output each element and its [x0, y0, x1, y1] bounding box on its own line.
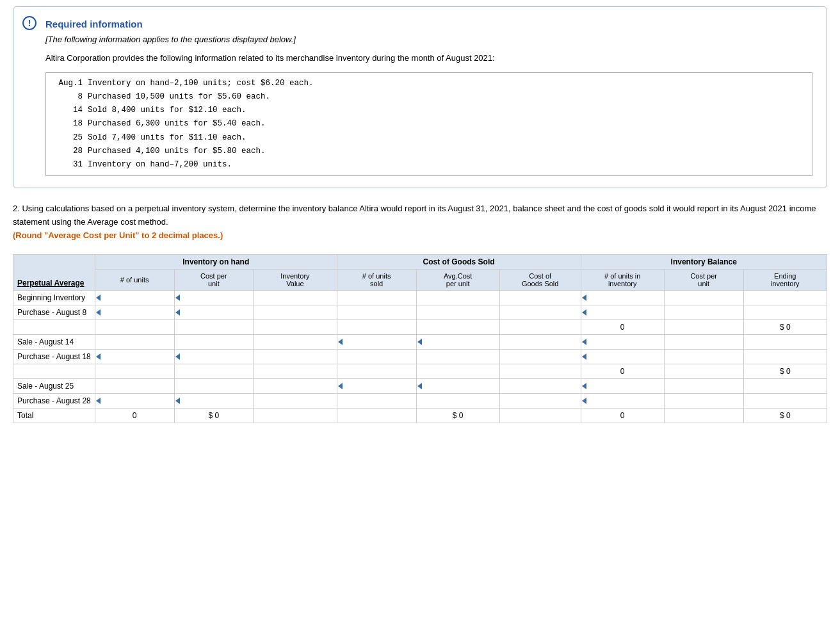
data-cell[interactable]	[416, 393, 499, 408]
cell-input-r3-c0[interactable]	[99, 337, 170, 346]
data-cell[interactable]	[416, 290, 499, 305]
cell-input-r3-c3[interactable]	[341, 337, 412, 346]
cell-input-r0-c4[interactable]	[421, 293, 496, 302]
data-cell[interactable]	[174, 378, 254, 393]
cell-input-r1-c2[interactable]	[257, 308, 333, 317]
cell-input-r3-c6[interactable]	[585, 337, 660, 346]
subtotal-cell[interactable]	[416, 364, 499, 378]
data-cell[interactable]	[174, 349, 254, 364]
data-cell[interactable]	[416, 349, 499, 364]
subtotal-cell[interactable]	[174, 320, 254, 334]
total-input-3[interactable]	[341, 411, 412, 420]
subtotal-cell[interactable]	[664, 320, 743, 334]
cell-input-r1-c8[interactable]	[748, 308, 823, 317]
subtotal-cell[interactable]	[174, 364, 254, 378]
data-cell[interactable]	[664, 349, 743, 364]
subtotal-input-0[interactable]	[99, 367, 170, 376]
cell-input-r4-c0[interactable]	[99, 352, 170, 361]
cell-input-r7-c8[interactable]	[748, 396, 823, 405]
data-cell[interactable]	[499, 334, 581, 349]
cell-input-r7-c7[interactable]	[668, 396, 739, 405]
data-cell[interactable]	[581, 378, 664, 393]
subtotal-input-4[interactable]	[421, 323, 496, 332]
subtotal-input-5[interactable]	[504, 323, 577, 332]
data-cell[interactable]	[743, 290, 827, 305]
data-cell[interactable]	[95, 349, 174, 364]
data-cell[interactable]	[743, 305, 827, 320]
data-cell[interactable]	[743, 393, 827, 408]
data-cell[interactable]	[581, 393, 664, 408]
total-cell[interactable]	[499, 408, 581, 423]
cell-input-r0-c1[interactable]	[179, 293, 250, 302]
subtotal-cell[interactable]	[95, 364, 174, 378]
cell-input-r6-c1[interactable]	[179, 382, 250, 391]
subtotal-input-5[interactable]	[504, 367, 577, 376]
cell-input-r7-c3[interactable]	[341, 396, 412, 405]
total-input-2[interactable]	[257, 411, 333, 420]
cell-input-r0-c2[interactable]	[257, 293, 333, 302]
cell-input-r3-c1[interactable]	[179, 337, 250, 346]
cell-input-r0-c5[interactable]	[504, 293, 577, 302]
cell-input-r6-c7[interactable]	[668, 382, 739, 391]
subtotal-cell[interactable]	[254, 364, 337, 378]
subtotal-input-1[interactable]	[179, 367, 250, 376]
data-cell[interactable]	[664, 378, 743, 393]
cell-input-r7-c6[interactable]	[585, 396, 660, 405]
total-input-7[interactable]	[668, 411, 739, 420]
subtotal-cell[interactable]	[499, 320, 581, 334]
cell-input-r0-c6[interactable]	[585, 293, 660, 302]
cell-input-r7-c1[interactable]	[179, 396, 250, 405]
cell-input-r4-c4[interactable]	[421, 352, 496, 361]
data-cell[interactable]	[95, 378, 174, 393]
data-cell[interactable]	[499, 378, 581, 393]
subtotal-cell[interactable]	[416, 320, 499, 334]
cell-input-r0-c7[interactable]	[668, 293, 739, 302]
data-cell[interactable]	[337, 393, 416, 408]
cell-input-r6-c0[interactable]	[99, 382, 170, 391]
data-cell[interactable]	[664, 334, 743, 349]
subtotal-input-2[interactable]	[257, 323, 333, 332]
data-cell[interactable]	[416, 334, 499, 349]
data-cell[interactable]	[416, 378, 499, 393]
cell-input-r7-c0[interactable]	[99, 396, 170, 405]
subtotal-input-0[interactable]	[99, 323, 170, 332]
cell-input-r1-c3[interactable]	[341, 308, 412, 317]
cell-input-r0-c3[interactable]	[341, 293, 412, 302]
cell-input-r4-c6[interactable]	[585, 352, 660, 361]
subtotal-input-2[interactable]	[257, 367, 333, 376]
data-cell[interactable]	[581, 305, 664, 320]
data-cell[interactable]	[254, 305, 337, 320]
cell-input-r0-c8[interactable]	[748, 293, 823, 302]
subtotal-cell[interactable]	[254, 320, 337, 334]
cell-input-r4-c7[interactable]	[668, 352, 739, 361]
total-input-5[interactable]	[504, 411, 577, 420]
data-cell[interactable]	[581, 290, 664, 305]
cell-input-r6-c4[interactable]	[421, 382, 496, 391]
data-cell[interactable]	[95, 393, 174, 408]
data-cell[interactable]	[499, 305, 581, 320]
cell-input-r1-c5[interactable]	[504, 308, 577, 317]
data-cell[interactable]	[174, 393, 254, 408]
cell-input-r7-c2[interactable]	[257, 396, 333, 405]
cell-input-r7-c4[interactable]	[421, 396, 496, 405]
data-cell[interactable]	[664, 305, 743, 320]
data-cell[interactable]	[664, 290, 743, 305]
data-cell[interactable]	[174, 334, 254, 349]
data-cell[interactable]	[743, 334, 827, 349]
cell-input-r3-c4[interactable]	[421, 337, 496, 346]
cell-input-r1-c1[interactable]	[179, 308, 250, 317]
subtotal-cell[interactable]	[499, 364, 581, 378]
subtotal-cell[interactable]	[664, 364, 743, 378]
data-cell[interactable]	[664, 393, 743, 408]
data-cell[interactable]	[337, 349, 416, 364]
cell-input-r3-c5[interactable]	[504, 337, 577, 346]
total-cell[interactable]	[664, 408, 743, 423]
subtotal-cell[interactable]	[95, 320, 174, 334]
data-cell[interactable]	[416, 305, 499, 320]
data-cell[interactable]	[337, 378, 416, 393]
data-cell[interactable]	[743, 378, 827, 393]
cell-input-r3-c8[interactable]	[748, 337, 823, 346]
data-cell[interactable]	[174, 305, 254, 320]
total-cell[interactable]	[337, 408, 416, 423]
data-cell[interactable]	[254, 393, 337, 408]
